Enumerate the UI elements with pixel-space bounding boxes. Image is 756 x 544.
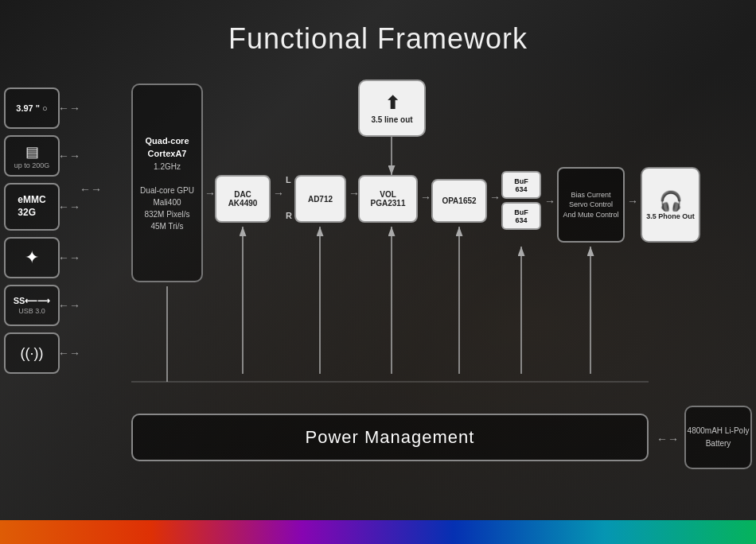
buf634-bot-label1: BuF (514, 208, 528, 216)
wifi-arrow: ←→ (58, 347, 80, 359)
line-out-box: ⬆ 3.5 line out (358, 80, 426, 137)
wifi-icon-box: ((·)) ←→ (4, 332, 60, 374)
cpu-freq: 1.2GHz (154, 162, 181, 171)
opa-label: OPA1652 (442, 196, 476, 205)
buf634-bottom: BuF 634 (501, 202, 541, 230)
power-management-label: Power Management (306, 427, 475, 448)
cpu-title2: CortexA7 (148, 149, 187, 158)
power-management-block: Power Management (131, 414, 649, 461)
emmc-arrow: ←→ (58, 200, 80, 213)
bias-control-text: Bias Current Servo Control And Mute Cont… (563, 190, 619, 220)
sdcard-arrow: ←→ (58, 150, 80, 162)
display-arrow: ←→ (58, 102, 80, 115)
usb-arrow: ←→ (58, 299, 80, 312)
left-icons-group: 3.97 " ○ ←→ ▤ up to 200G ←→ eMMC32G ←→ ✦… (4, 87, 60, 374)
buf634-top-label2: 634 (515, 185, 527, 193)
emmc-icon-box: eMMC32G ←→ (4, 183, 60, 231)
opa-chip: OPA1652 (431, 179, 487, 223)
vol-chip: VOL PGA2311 (358, 175, 418, 223)
sdcard-symbol: ▤ (25, 143, 39, 161)
usb-symbol: SS⟵⟶ (14, 296, 51, 306)
l-label: L (286, 175, 291, 185)
emmc-symbol: eMMC32G (18, 194, 45, 219)
power-battery-arrow: ←→ (657, 433, 679, 445)
buf634-bot-label2: 634 (515, 216, 527, 224)
bluetooth-arrow: ←→ (58, 251, 80, 264)
line-out-label: 3.5 line out (371, 115, 412, 124)
vol-label1: VOL (380, 190, 396, 199)
r-label: R (286, 211, 292, 220)
buf634-top: BuF 634 (501, 171, 541, 199)
sdcard-label: up to 200G (14, 161, 50, 169)
battery-box: 4800mAH Li-Poly Battery (684, 406, 752, 469)
bias-phone-arrow: → (627, 195, 638, 208)
phone-out-label: 3.5 Phone Out (646, 212, 695, 220)
bias-control-box: Bias Current Servo Control And Mute Cont… (557, 167, 625, 243)
usb-label: USB 3.0 (18, 307, 45, 315)
phone-out-box: 🎧 3.5 Phone Out (641, 167, 700, 243)
dac-label2: AK4490 (228, 199, 258, 208)
opa-buf-arrow: → (489, 191, 501, 204)
dac-label1: DAC (234, 190, 251, 199)
cpu-block: Quad-core CortexA7 1.2GHz Dual-core GPU … (131, 84, 203, 282)
display-symbol: 3.97 " ○ (16, 103, 47, 113)
cpu-gpu-name: Mali400 (153, 198, 181, 207)
cpu-text: Quad-core CortexA7 1.2GHz Dual-core GPU … (140, 134, 194, 232)
cpu-pixel: 832M Pixel/s (144, 210, 189, 219)
battery-label: 4800mAH Li-Poly Battery (686, 425, 750, 450)
buf-bias-arrow: → (544, 195, 555, 208)
ad712-chip: AD712 (294, 175, 346, 223)
display-icon-box: 3.97 " ○ ←→ (4, 87, 60, 129)
page-title: Functional Framework (0, 0, 756, 72)
buf-stack: BuF 634 BuF 634 (501, 171, 541, 230)
upload-icon: ⬆ (385, 93, 399, 114)
cpu-gpu-title: Dual-core GPU (140, 186, 194, 195)
vol-opa-arrow: → (420, 191, 431, 204)
cpu-dac-arrow: → (205, 187, 216, 200)
dac-ad712-arrow: → (273, 187, 284, 200)
ad712-label: AD712 (308, 195, 333, 204)
cpu-tri: 45M Tri/s (150, 222, 183, 231)
bluetooth-icon-box: ✦ ←→ (4, 237, 60, 278)
wifi-symbol: ((·)) (21, 345, 44, 362)
dac-chip: DAC AK4490 (215, 175, 271, 223)
headphone-icon: 🎧 (659, 190, 683, 212)
buf634-top-label1: BuF (514, 177, 528, 185)
framework-diagram: 3.97 " ○ ←→ ▤ up to 200G ←→ eMMC32G ←→ ✦… (4, 72, 752, 485)
left-cpu-arrow: ←→ (80, 183, 102, 196)
cpu-title1: Quad-core (145, 136, 189, 146)
vol-label2: PGA2311 (371, 199, 406, 208)
sdcard-icon-box: ▤ up to 200G ←→ (4, 135, 60, 177)
bluetooth-symbol: ✦ (25, 247, 39, 268)
usb-icon-box: SS⟵⟶ USB 3.0 ←→ (4, 285, 60, 326)
